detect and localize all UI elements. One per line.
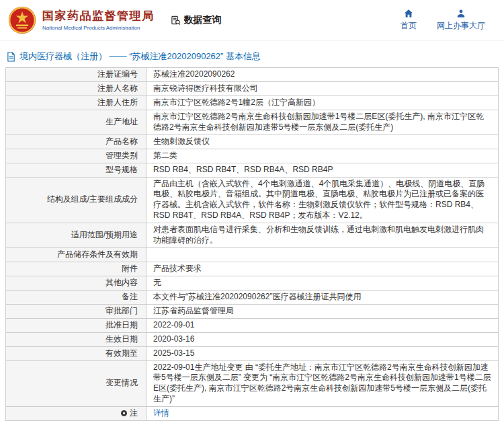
row-value-text: 南京市江宁区乾德路2号南京生命科技创新园加速带1号楼二层E区(委托生产), 南京… [153,112,491,133]
document-icon [7,52,15,62]
info-table: 注册证编号苏械注准20202090262注册人名称南京锐诗得医疗科技有限公司注册… [5,67,499,421]
row-label-text: 生效日期 [106,334,138,345]
row-label: 其他内容 [6,276,146,290]
page-title-text: 境内医疗器械（注册） —— “苏械注准20202090262” 基本信息 [19,50,261,63]
row-value-text: 2020-03-16 [153,334,194,345]
row-label-text: 注册人名称 [97,83,138,94]
row-value [146,248,498,262]
row-label: 有效期至 [6,347,146,360]
row-value: 2022-09-01生产地址变更 由 “委托生产地址：南京市江宁区乾德路2号南京… [146,361,498,406]
person-icon [456,9,466,18]
table-row: 产品名称生物刺激反馈仪 [6,135,498,149]
row-value-text: 江苏省药品监督管理局 [153,306,234,317]
table-row: 适用范围/预期用途对患者表面肌电信号进行采集、分析和生物反馈训练，通过电刺激和肌… [6,223,498,248]
row-label: 注册人住所 [6,96,146,110]
row-label: 管理类别 [6,149,146,163]
row-value: 对患者表面肌电信号进行采集、分析和生物反馈训练，通过电刺激和肌电触发电刺激进行肌… [146,223,498,247]
row-label-text: 有效期至 [106,348,138,359]
row-value: 南京市江宁区乾德路2号南京生命科技创新园加速带1号楼二层E区(委托生产), 南京… [146,110,498,134]
row-value: 苏械注准20202090262 [146,68,498,81]
row-label-text: 注册人住所 [97,98,138,108]
row-label: 产品储存条件及有效期 [6,248,146,262]
row-value-text: 无 [153,278,161,289]
row-label: 注 [6,407,146,420]
page-title: 境内医疗器械（注册） —— “苏械注准20202090262” 基本信息 [0,41,504,67]
table-row: 型号规格RSD RB4、RSD RB4T、RSD RB4A、RSD RB4P [6,163,498,178]
row-label: 生效日期 [6,333,146,346]
row-label: 附件 [6,262,146,276]
row-label: 适用范围/预期用途 [6,223,146,247]
row-label-text: 审批部门 [106,306,138,317]
table-row: 产品储存条件及有效期 [6,248,498,262]
org-name-en: National Medical Products Administration [42,25,155,31]
document-search-icon [171,15,181,26]
row-value: 2022-09-01 [146,319,498,332]
row-value: RSD RB4、RSD RB4T、RSD RB4A、RSD RB4P [146,163,498,177]
row-label: 备注 [6,291,146,304]
row-label-text: 变更情况 [106,378,138,389]
brand-text: 国家药品监督管理局 National Medical Products Admi… [42,9,155,30]
row-value-text: 第二类 [153,151,177,161]
row-label: 型号规格 [6,163,146,177]
row-value-text: 南京市江宁区乾德路2号1幢2层（江宁高新园） [153,98,320,108]
row-value-text: 产品由主机（含嵌入式软件、4个电刺激通道、4个肌电采集通道）、电极线、阴道电极、… [153,179,491,221]
table-row: 审批部门江苏省药品监督管理局 [6,305,498,319]
row-value-text: RSD RB4、RSD RB4T、RSD RB4A、RSD RB4P [153,165,333,176]
row-value: 江苏省药品监督管理局 [146,305,498,318]
row-label: 注册证编号 [6,68,146,81]
china-national-emblem-icon [8,6,36,34]
row-value: 南京市江宁区乾德路2号1幢2层（江宁高新园） [146,96,498,110]
row-value: 生物刺激反馈仪 [146,135,498,149]
row-value: 产品技术要求 [146,262,498,276]
row-value-text: 本文件与“苏械注准20202090262”医疗器械注册证共同使用 [153,292,361,303]
table-row: 其他内容无 [6,276,498,291]
table-row: 生效日期2020-03-16 [6,333,498,347]
row-label-text: 注 [130,408,138,419]
table-row: 注详情 [6,407,498,420]
row-value-text: 对患者表面肌电信号进行采集、分析和生物反馈训练，通过电刺激和肌电触发电刺激进行肌… [153,225,491,246]
table-row: 变更情况2022-09-01生产地址变更 由 “委托生产地址：南京市江宁区乾德路… [6,361,498,407]
nav-service-hall[interactable]: 网上办事大厅 [437,9,485,32]
row-label-text: 其他内容 [106,278,138,289]
table-row: 注册证编号苏械注准20202090262 [6,68,498,82]
row-value-text: 2022-09-01生产地址变更 由 “委托生产地址：南京市江宁区乾德路2号南京… [153,362,491,405]
row-value: 第二类 [146,149,498,163]
row-value-text: 2025-03-15 [153,348,194,359]
top-nav: 首页 网上办事大厅 [401,9,495,32]
table-row: 注册人住所南京市江宁区乾德路2号1幢2层（江宁高新园） [6,96,498,110]
table-row: 结构及组成/主要组成成分产品由主机（含嵌入式软件、4个电刺激通道、4个肌电采集通… [6,178,498,223]
row-value-text: 苏械注准20202090262 [153,69,235,80]
row-label-text: 产品名称 [106,137,138,147]
row-label-text: 产品储存条件及有效期 [57,249,138,260]
row-label-text: 注册证编号 [97,69,138,80]
dot-icon [121,410,127,416]
row-value-text: 产品技术要求 [153,264,202,274]
table-row: 有效期至2025-03-15 [6,347,498,361]
row-label-text: 管理类别 [106,151,138,161]
row-value: 详情 [146,407,498,420]
row-value: 产品由主机（含嵌入式软件、4个电刺激通道、4个肌电采集通道）、电极线、阴道电极、… [146,178,498,223]
row-label: 生产地址 [6,110,146,134]
home-icon [404,9,413,18]
nav-service-hall-label: 网上办事大厅 [437,20,485,32]
row-label-text: 适用范围/预期用途 [71,230,138,241]
brand-logo[interactable]: 国家药品监督管理局 National Medical Products Admi… [8,6,155,34]
row-label: 变更情况 [6,361,146,406]
row-value: 2020-03-16 [146,333,498,346]
row-value-text: 生物刺激反馈仪 [153,137,210,147]
row-label-text: 批准日期 [106,320,138,331]
row-label: 产品名称 [6,135,146,149]
table-row: 生产地址南京市江宁区乾德路2号南京生命科技创新园加速带1号楼二层E区(委托生产)… [6,110,498,135]
table-row: 批准日期2022-09-01 [6,319,498,333]
data-query-label: 数据查询 [184,14,222,26]
row-label-text: 型号规格 [106,165,138,176]
row-label-text: 附件 [122,264,138,274]
row-value: 南京锐诗得医疗科技有限公司 [146,82,498,95]
row-value-text: 2022-09-01 [153,320,194,331]
row-label: 结构及组成/主要组成成分 [6,178,146,223]
nav-home[interactable]: 首页 [401,9,417,32]
row-value-text: 南京锐诗得医疗科技有限公司 [153,83,258,94]
nav-data-query[interactable]: 数据查询 [171,14,222,26]
detail-link[interactable]: 详情 [153,408,169,419]
table-row: 附件产品技术要求 [6,262,498,276]
